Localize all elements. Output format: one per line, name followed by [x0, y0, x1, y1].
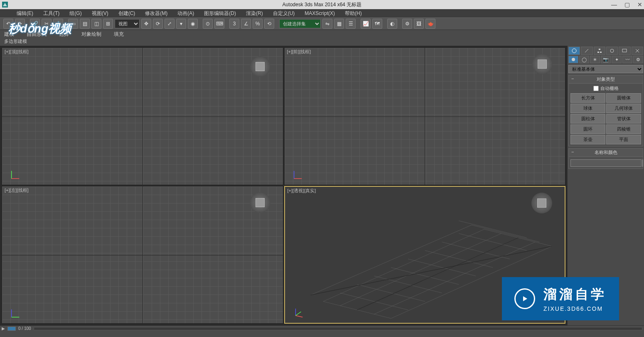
play-button[interactable]: ▶: [2, 326, 5, 331]
geometry-subtab[interactable]: [568, 56, 578, 63]
motion-tab[interactable]: [606, 47, 618, 55]
select-move-button[interactable]: ✥: [141, 19, 151, 29]
menu-modifiers[interactable]: 修改器(M): [145, 10, 167, 17]
named-selection-dropdown[interactable]: 创建选择集: [279, 19, 321, 28]
shapes-subtab[interactable]: ◯: [579, 56, 589, 63]
svg-line-25: [357, 238, 518, 310]
svg-line-18: [374, 276, 442, 293]
hierarchy-tab[interactable]: [594, 47, 605, 55]
display-tab[interactable]: [619, 47, 630, 55]
spacewarps-subtab[interactable]: 〰: [622, 56, 632, 63]
box-button[interactable]: 长方体: [570, 93, 605, 103]
object-color-swatch[interactable]: [642, 159, 643, 167]
watermark-top: 秒dǒng视频: [8, 21, 71, 37]
systems-subtab[interactable]: ⚙: [633, 56, 643, 63]
watermark-bottom: 溜溜自学 ZIXUE.3D66.COM: [502, 277, 619, 320]
manipulate-button[interactable]: ⊙: [203, 19, 213, 29]
rollout-name-color[interactable]: −名称和颜色: [568, 148, 643, 157]
viewcube-icon[interactable]: [532, 54, 553, 74]
menu-rendering[interactable]: 渲染(R): [246, 10, 263, 17]
viewport-left-label[interactable]: [+][左][线框]: [5, 187, 29, 193]
torus-button[interactable]: 圆环: [570, 124, 605, 134]
menu-tools[interactable]: 工具(T): [43, 10, 59, 17]
maximize-icon[interactable]: ▢: [624, 1, 630, 8]
render-setup-button[interactable]: ⚙: [402, 19, 412, 29]
percent-snap-button[interactable]: %: [253, 19, 263, 29]
geosphere-button[interactable]: 几何球体: [606, 104, 641, 113]
ref-coord-button[interactable]: ▾: [176, 19, 186, 29]
select-rotate-button[interactable]: ⟳: [153, 19, 163, 29]
viewport-top-label[interactable]: [+][顶][线框]: [5, 49, 29, 55]
rollout-object-type[interactable]: −对象类型: [568, 75, 643, 84]
modify-tab[interactable]: [581, 47, 592, 55]
viewcube-icon[interactable]: [250, 192, 270, 213]
select-name-button[interactable]: ▤: [80, 19, 90, 29]
menu-views[interactable]: 视图(V): [92, 10, 108, 17]
schematic-view-button[interactable]: 🗺: [372, 19, 382, 29]
material-editor-button[interactable]: ◐: [387, 19, 397, 29]
utilities-tab[interactable]: [632, 47, 643, 55]
viewport-front[interactable]: [+][前][线框]: [284, 47, 566, 185]
menu-group[interactable]: 组(G): [69, 10, 81, 17]
layout-button[interactable]: [7, 327, 16, 331]
viewport-area: [+][顶][线框] [+][前][线框] [+][左][线框]: [0, 46, 567, 325]
menu-animation[interactable]: 动画(A): [177, 10, 194, 17]
menu-graph-editors[interactable]: 图形编辑器(D): [204, 10, 236, 17]
viewport-front-label[interactable]: [+][前][线框]: [287, 49, 311, 55]
plane-button[interactable]: 平面: [606, 135, 641, 144]
ribbon-tab-populate[interactable]: 填充: [114, 31, 124, 38]
close-icon[interactable]: ✕: [637, 1, 642, 8]
utilities-icon: [635, 48, 640, 53]
layer-button[interactable]: ☰: [346, 19, 356, 29]
lights-subtab[interactable]: ☀: [590, 56, 600, 63]
align-button[interactable]: ▦: [334, 19, 344, 29]
tube-button[interactable]: 管状体: [606, 114, 641, 124]
viewcube-icon[interactable]: [531, 193, 552, 213]
keyboard-shortcut-button[interactable]: ⌨: [214, 19, 224, 29]
object-name-input[interactable]: [570, 159, 642, 167]
ribbon-tab-object-paint[interactable]: 对象绘制: [81, 31, 101, 38]
svg-line-7: [340, 233, 501, 305]
viewport-left[interactable]: [+][左][线框]: [2, 186, 283, 324]
helpers-subtab[interactable]: ✦: [612, 56, 622, 63]
svg-rect-32: [600, 52, 602, 53]
render-frame-button[interactable]: 🖼: [414, 19, 424, 29]
svg-line-11: [310, 225, 472, 295]
create-icon: [572, 48, 577, 53]
spinner-snap-button[interactable]: ⟲: [264, 19, 274, 29]
mirror-button[interactable]: ⇋: [322, 19, 332, 29]
cone-button[interactable]: 圆锥体: [606, 93, 641, 103]
select-region-button[interactable]: ◫: [91, 19, 101, 29]
menu-create[interactable]: 创建(C): [118, 10, 135, 17]
viewcube-icon[interactable]: [250, 56, 270, 77]
autogrid-checkbox[interactable]: [593, 86, 599, 91]
minimize-icon[interactable]: —: [611, 1, 617, 8]
curve-editor-button[interactable]: 📈: [361, 19, 371, 29]
svg-line-28: [295, 312, 301, 315]
window-crossing-button[interactable]: ⊞: [103, 19, 113, 29]
time-slider[interactable]: [34, 327, 642, 330]
use-center-button[interactable]: ◉: [188, 19, 198, 29]
angle-snap-button[interactable]: ∠: [241, 19, 251, 29]
menu-maxscript[interactable]: MAXScript(X): [305, 10, 335, 16]
viewport-top[interactable]: [+][顶][线框]: [2, 47, 283, 185]
cylinder-button[interactable]: 圆柱体: [570, 114, 605, 124]
cameras-subtab[interactable]: 📷: [601, 56, 611, 63]
select-scale-button[interactable]: ⤢: [165, 19, 175, 29]
snap-toggle-button[interactable]: 3: [229, 19, 239, 29]
menu-help[interactable]: 帮助(H): [345, 10, 362, 17]
pyramid-button[interactable]: 四棱锥: [606, 124, 641, 134]
teapot-button[interactable]: 茶壶: [570, 135, 605, 144]
autogrid-label: 自动栅格: [600, 85, 619, 92]
category-dropdown[interactable]: 标准基本体: [568, 65, 643, 73]
svg-point-33: [610, 49, 614, 52]
viewport-perspective-label[interactable]: [+][透视][真实]: [288, 188, 316, 194]
axis-gizmo-icon: [10, 169, 21, 181]
selection-filter-dropdown[interactable]: 视图: [115, 19, 140, 28]
create-tab[interactable]: [568, 47, 580, 55]
menu-edit[interactable]: 编辑(E): [17, 10, 33, 17]
ribbon-content: 多边形建模: [0, 38, 644, 46]
render-button[interactable]: 🫖: [425, 19, 435, 29]
menu-customize[interactable]: 自定义(U): [273, 10, 295, 17]
sphere-button[interactable]: 球体: [570, 104, 605, 113]
